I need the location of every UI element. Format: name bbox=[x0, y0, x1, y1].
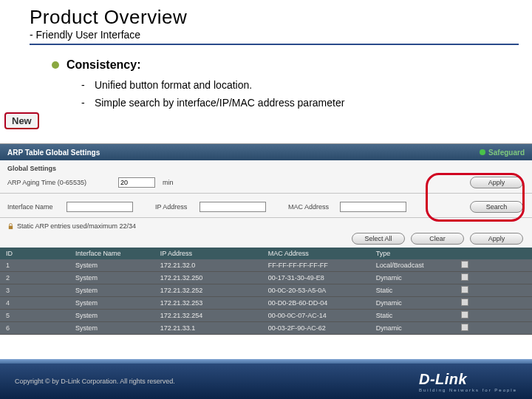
bullet-sub-1: - Unified button format and location. bbox=[81, 79, 532, 91]
entries-text: Static ARP entries used/maximum 22/34 bbox=[17, 222, 136, 230]
cell-mac: 00-0C-20-53-A5-0A bbox=[262, 284, 370, 297]
cell-interface: System bbox=[69, 297, 154, 310]
safeguard-badge: Safeguard bbox=[480, 149, 525, 157]
global-settings-section: Global Settings ARP Aging Time (0-65535)… bbox=[0, 160, 532, 191]
cell-select bbox=[455, 310, 532, 322]
dlink-logo-text: D-Link bbox=[419, 371, 467, 387]
cell-ip: 172.21.32.0 bbox=[154, 259, 262, 272]
mac-address-input[interactable] bbox=[340, 202, 406, 212]
table-row: 5System172.21.32.25400-00-0C-07-AC-14Sta… bbox=[0, 310, 532, 322]
select-all-button[interactable]: Select All bbox=[352, 233, 405, 245]
cell-interface: System bbox=[69, 310, 154, 322]
footer: Copyright © by D-Link Corporation. All r… bbox=[0, 364, 532, 399]
aging-time-label: ARP Aging Time (0-65535) bbox=[7, 179, 118, 186]
bullet-consistency: Consistency: bbox=[52, 58, 532, 72]
cell-mac: FF-FF-FF-FF-FF-FF bbox=[262, 259, 370, 272]
app-panel: ARP Table Global Settings Safeguard Glob… bbox=[0, 143, 532, 335]
bullet-sub-1-text: Unified button format and location. bbox=[95, 79, 252, 91]
search-section: Interface Name IP Address MAC Address Se… bbox=[0, 195, 532, 216]
col-interface: Interface Name bbox=[69, 248, 154, 259]
cell-ip: 172.21.32.254 bbox=[154, 310, 262, 322]
cell-select bbox=[455, 297, 532, 310]
mac-address-label: MAC Address bbox=[288, 203, 340, 211]
table-row: 1System172.21.32.0FF-FF-FF-FF-FF-FFLocal… bbox=[0, 259, 532, 272]
dlink-logo-sub: Building Networks for People bbox=[419, 388, 517, 392]
col-mac: MAC Address bbox=[262, 248, 370, 259]
cell-ip: 172.21.33.1 bbox=[154, 322, 262, 335]
panel-title: ARP Table Global Settings bbox=[7, 149, 100, 157]
row-checkbox[interactable] bbox=[461, 311, 468, 318]
col-ip: IP Address bbox=[154, 248, 262, 259]
clear-button[interactable]: Clear bbox=[411, 233, 464, 245]
entries-row: Static ARP entries used/maximum 22/34 bbox=[0, 219, 532, 231]
cell-id: 5 bbox=[0, 310, 69, 322]
aging-time-input[interactable] bbox=[118, 177, 155, 188]
ip-address-label: IP Address bbox=[155, 203, 200, 211]
bullet-consistency-label: Consistency: bbox=[66, 58, 140, 72]
new-badge: New bbox=[4, 112, 39, 129]
interface-name-label: Interface Name bbox=[7, 203, 66, 211]
cell-interface: System bbox=[69, 259, 154, 272]
cell-type: Dynamic bbox=[370, 272, 455, 284]
cell-ip: 172.21.32.250 bbox=[154, 272, 262, 284]
cell-ip: 172.21.32.253 bbox=[154, 297, 262, 310]
col-select bbox=[455, 248, 532, 259]
cell-ip: 172.21.32.252 bbox=[154, 284, 262, 297]
cell-select bbox=[455, 272, 532, 284]
apply-table-button[interactable]: Apply bbox=[470, 233, 523, 245]
page-title: Product Overview bbox=[0, 0, 532, 29]
table-row: 4System172.21.32.25300-D0-2B-60-DD-04Dyn… bbox=[0, 297, 532, 310]
table-row: 6System172.21.33.100-03-2F-90-AC-62Dynam… bbox=[0, 322, 532, 335]
col-type: Type bbox=[370, 248, 455, 259]
interface-name-input[interactable] bbox=[66, 202, 133, 212]
cell-select bbox=[455, 259, 532, 272]
table-row: 2System172.21.32.25000-17-31-30-49-E8Dyn… bbox=[0, 272, 532, 284]
cell-id: 2 bbox=[0, 272, 69, 284]
lock-icon bbox=[7, 223, 14, 230]
cell-interface: System bbox=[69, 272, 154, 284]
row-checkbox[interactable] bbox=[461, 286, 468, 293]
row-checkbox[interactable] bbox=[461, 324, 468, 331]
arp-table: ID Interface Name IP Address MAC Address… bbox=[0, 248, 532, 335]
cell-id: 6 bbox=[0, 322, 69, 335]
cell-type: Static bbox=[370, 310, 455, 322]
cell-type: Static bbox=[370, 284, 455, 297]
search-button[interactable]: Search bbox=[470, 201, 523, 213]
cell-id: 3 bbox=[0, 284, 69, 297]
title-underline bbox=[30, 44, 519, 45]
cell-type: Dynamic bbox=[370, 322, 455, 335]
apply-button[interactable]: Apply bbox=[470, 177, 523, 188]
bullet-sub-2-text: Simple search by interface/IP/MAC addres… bbox=[95, 97, 344, 109]
global-settings-title: Global Settings bbox=[7, 165, 525, 172]
aging-time-unit: min bbox=[163, 179, 174, 186]
app-header: ARP Table Global Settings Safeguard bbox=[0, 144, 532, 160]
page-subtitle: - Friendly User Interface bbox=[0, 29, 532, 42]
cell-type: Dynamic bbox=[370, 297, 455, 310]
cell-interface: System bbox=[69, 284, 154, 297]
ip-address-input[interactable] bbox=[200, 202, 266, 212]
safeguard-dot-icon bbox=[480, 149, 485, 155]
col-id: ID bbox=[0, 248, 69, 259]
cell-select bbox=[455, 284, 532, 297]
cell-type: Local/Broadcast bbox=[370, 259, 455, 272]
dlink-logo: D-Link Building Networks for People bbox=[419, 371, 517, 392]
cell-mac: 00-03-2F-90-AC-62 bbox=[262, 322, 370, 335]
footer-copyright: Copyright © by D-Link Corporation. All r… bbox=[15, 378, 175, 385]
row-checkbox[interactable] bbox=[461, 299, 468, 306]
bullet-sub-2: - Simple search by interface/IP/MAC addr… bbox=[81, 97, 532, 109]
table-button-row: Select All Clear Apply bbox=[0, 231, 532, 248]
cell-select bbox=[455, 322, 532, 335]
row-checkbox[interactable] bbox=[461, 273, 468, 281]
bullet-dot-icon bbox=[52, 61, 59, 69]
cell-id: 4 bbox=[0, 297, 69, 310]
table-header-row: ID Interface Name IP Address MAC Address… bbox=[0, 248, 532, 259]
table-row: 3System172.21.32.25200-0C-20-53-A5-0ASta… bbox=[0, 284, 532, 297]
cell-mac: 00-D0-2B-60-DD-04 bbox=[262, 297, 370, 310]
row-checkbox[interactable] bbox=[461, 261, 468, 268]
cell-interface: System bbox=[69, 322, 154, 335]
cell-id: 1 bbox=[0, 259, 69, 272]
cell-mac: 00-00-0C-07-AC-14 bbox=[262, 310, 370, 322]
safeguard-label: Safeguard bbox=[488, 149, 525, 157]
svg-rect-0 bbox=[9, 225, 13, 229]
cell-mac: 00-17-31-30-49-E8 bbox=[262, 272, 370, 284]
